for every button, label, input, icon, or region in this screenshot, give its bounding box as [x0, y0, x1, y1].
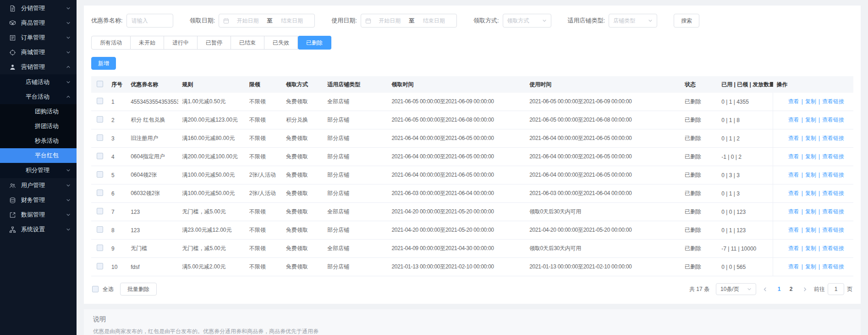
action-copy[interactable]: 复制	[805, 227, 816, 233]
tab-expired[interactable]: 已失效	[264, 36, 298, 50]
row-checkbox[interactable]	[97, 226, 103, 233]
receive-date-range[interactable]: 开始日期 至 结束日期	[219, 14, 315, 28]
chevron-down-icon	[66, 50, 71, 55]
row-checkbox[interactable]	[97, 208, 103, 214]
cell-method: 免费领取	[282, 240, 324, 258]
goto-page: 前往 页	[814, 283, 852, 295]
goto-page-input[interactable]	[828, 283, 844, 295]
action-view[interactable]: 查看	[788, 98, 799, 105]
page-size-select[interactable]: 10条/页	[716, 283, 756, 295]
action-view-link[interactable]: 查看链接	[822, 153, 844, 160]
sidebar-item-seckill[interactable]: 秒杀活动	[0, 134, 77, 148]
row-checkbox[interactable]	[97, 98, 103, 104]
receive-date-label: 领取日期:	[190, 17, 215, 25]
prev-page-button[interactable]	[763, 287, 768, 292]
action-view-link[interactable]: 查看链接	[822, 117, 844, 123]
sidebar-item-data[interactable]: 数据管理	[0, 207, 77, 222]
action-view-link[interactable]: 查看链接	[822, 98, 844, 105]
action-view-link[interactable]: 查看链接	[822, 263, 844, 270]
goods-icon	[9, 20, 16, 27]
end-date-placeholder: 结束日期	[415, 17, 452, 25]
tab-all[interactable]: 所有活动	[91, 36, 131, 50]
sidebar-item-goods[interactable]: 商品管理	[0, 16, 77, 30]
action-copy[interactable]: 复制	[805, 153, 816, 160]
page-2-button[interactable]: 2	[786, 286, 796, 292]
shop-type-select[interactable]: 店铺类型	[609, 14, 657, 28]
sidebar-item-platform-redpacket[interactable]: 平台红包	[0, 148, 77, 163]
next-page-button[interactable]	[802, 287, 808, 292]
action-copy[interactable]: 复制	[805, 172, 816, 178]
goto-suffix-label: 页	[847, 285, 852, 293]
page-1-button[interactable]: 1	[774, 286, 784, 292]
tab-paused[interactable]: 已暂停	[198, 36, 231, 50]
cell-actions: 查看|复制|查看链接	[773, 221, 854, 240]
sidebar-item-group-buy[interactable]: 团购活动	[0, 104, 77, 119]
action-view-link[interactable]: 查看链接	[822, 190, 844, 196]
action-copy[interactable]: 复制	[805, 135, 816, 141]
sidebar-item-orders[interactable]: 订单管理	[0, 30, 77, 45]
tab-in-progress[interactable]: 进行中	[164, 36, 198, 50]
action-view[interactable]: 查看	[788, 227, 799, 233]
cell-stats: 0 | 1 | 3	[718, 184, 773, 203]
sidebar-item-shop-activity[interactable]: 店铺活动	[0, 75, 77, 89]
row-checkbox[interactable]	[97, 116, 103, 123]
action-view-link[interactable]: 查看链接	[822, 227, 844, 233]
sidebar-item-platform-activity[interactable]: 平台活动	[0, 89, 77, 104]
receive-method-select[interactable]: 领取方式	[503, 14, 551, 28]
action-view[interactable]: 查看	[788, 263, 799, 270]
table-row: 40604指定用户满200.00元减100.00元不限领免费领取部分店铺2021…	[91, 148, 853, 166]
action-view-link[interactable]: 查看链接	[822, 245, 844, 251]
action-copy[interactable]: 复制	[805, 190, 816, 196]
action-view-link[interactable]: 查看链接	[822, 208, 844, 215]
sidebar-item-mall[interactable]: 商城管理	[0, 45, 77, 60]
row-checkbox[interactable]	[97, 153, 103, 159]
tab-not-started[interactable]: 未开始	[131, 36, 164, 50]
action-copy[interactable]: 复制	[805, 208, 816, 215]
action-view[interactable]: 查看	[788, 135, 799, 141]
add-button[interactable]: 新增	[91, 57, 116, 70]
cell-no: 9	[108, 240, 127, 258]
row-checkbox[interactable]	[97, 245, 103, 251]
sidebar-item-finance[interactable]: 财务管理	[0, 193, 77, 207]
action-copy[interactable]: 复制	[805, 98, 816, 105]
sidebar-item-marketing[interactable]: 营销管理	[0, 60, 77, 74]
app-window: 分销管理商品管理订单管理商城管理营销管理店铺活动平台活动团购活动拼团活动秒杀活动…	[0, 0, 868, 335]
sidebar-item-system[interactable]: 系统设置	[0, 222, 77, 237]
coupon-name-input[interactable]	[126, 14, 173, 28]
table-row: 10fdsf满5.00元减2.00元不限领免费领取部分店铺2021-01-13 …	[91, 258, 853, 276]
action-view[interactable]: 查看	[788, 117, 799, 123]
action-view[interactable]: 查看	[788, 153, 799, 160]
cell-receive_time: 2021-06-04 00:00:00至2021-06-05 00:00:00	[388, 129, 526, 148]
action-copy[interactable]: 复制	[805, 263, 816, 270]
sidebar-item-distribution[interactable]: 分销管理	[0, 1, 77, 16]
search-button[interactable]: 搜索	[674, 14, 699, 28]
chevron-down-icon	[747, 287, 752, 291]
action-view[interactable]: 查看	[788, 208, 799, 215]
action-copy[interactable]: 复制	[805, 245, 816, 251]
chevron-down-icon	[66, 212, 71, 217]
cell-no: 2	[108, 111, 127, 129]
action-view[interactable]: 查看	[788, 245, 799, 251]
action-view[interactable]: 查看	[788, 172, 799, 178]
action-view[interactable]: 查看	[788, 190, 799, 196]
header-checkbox[interactable]	[97, 81, 103, 87]
use-date-range[interactable]: 开始日期 至 结束日期	[361, 14, 457, 28]
row-checkbox[interactable]	[97, 190, 103, 196]
note-panel: 说明 优惠是由商家发布的，红包是由平台发布的。优惠券分通用券和商品券，商品券优先…	[84, 309, 861, 335]
action-view-link[interactable]: 查看链接	[822, 135, 844, 141]
row-checkbox[interactable]	[97, 263, 103, 269]
batch-delete-button[interactable]: 批量删除	[120, 283, 157, 296]
row-checkbox[interactable]	[97, 171, 103, 178]
cell-name: 积分 红包兑换	[127, 111, 178, 129]
cell-receive_time: 2021-06-04 00:00:00至2021-06-05 00:00:00	[388, 166, 526, 184]
action-copy[interactable]: 复制	[805, 117, 816, 123]
sidebar-item-points[interactable]: 积分管理	[0, 163, 77, 178]
tab-deleted[interactable]: 已删除	[298, 36, 331, 50]
sidebar-item-pin-group[interactable]: 拼团活动	[0, 119, 77, 134]
row-checkbox[interactable]	[97, 134, 103, 141]
column-header: 使用时间	[526, 76, 681, 93]
sidebar-item-users[interactable]: 用户管理	[0, 178, 77, 193]
select-all-checkbox[interactable]	[92, 286, 99, 292]
tab-ended[interactable]: 已结束	[231, 36, 264, 50]
action-view-link[interactable]: 查看链接	[822, 172, 844, 178]
